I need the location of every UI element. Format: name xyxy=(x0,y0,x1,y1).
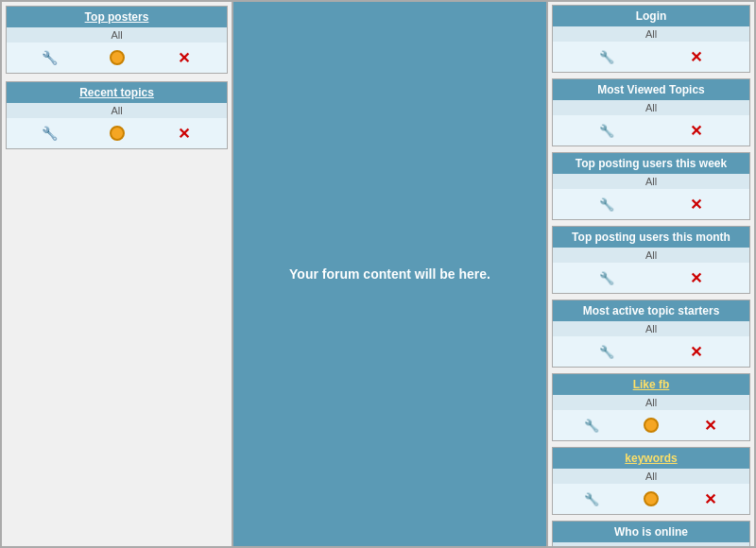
login-wrench-icon[interactable] xyxy=(596,46,617,67)
top-posting-month-header[interactable]: Top posting users this month xyxy=(553,227,749,248)
most-active-starters-delete-icon[interactable]: ✕ xyxy=(685,341,706,362)
login-icons: ✕ xyxy=(553,42,749,72)
recent-topics-wrench-icon[interactable] xyxy=(40,123,60,144)
most-active-starters-subheader: All xyxy=(553,321,749,336)
top-posting-week-delete-icon[interactable]: ✕ xyxy=(685,194,706,214)
like-fb-delete-icon[interactable]: ✕ xyxy=(700,415,721,436)
most-active-starters-icons: ✕ xyxy=(553,336,749,367)
top-posting-month-widget: Top posting users this month All ✕ xyxy=(552,226,750,294)
who-is-online-widget: Who is online All ✕ xyxy=(552,521,750,546)
top-posting-month-subheader: All xyxy=(553,248,749,263)
keywords-widget: keywords All ✕ xyxy=(552,447,750,515)
top-posters-wrench-icon[interactable] xyxy=(40,47,60,68)
middle-panel: Your forum content will be here. xyxy=(233,2,546,546)
top-posting-week-wrench-icon[interactable] xyxy=(596,194,617,214)
top-posters-widget: Top posters All ✕ xyxy=(6,6,228,74)
forum-content-placeholder: Your forum content will be here. xyxy=(289,266,490,282)
recent-topics-delete-icon[interactable]: ✕ xyxy=(174,123,195,144)
most-viewed-topics-subheader: All xyxy=(553,100,749,115)
keywords-wrench-icon[interactable] xyxy=(581,488,602,509)
most-viewed-wrench-icon[interactable] xyxy=(596,120,617,141)
like-fb-subheader: All xyxy=(553,395,749,410)
login-delete-icon[interactable]: ✕ xyxy=(685,46,706,67)
top-posters-header[interactable]: Top posters xyxy=(7,7,227,27)
most-active-starters-wrench-icon[interactable] xyxy=(596,341,617,362)
login-widget: Login All ✕ xyxy=(552,5,750,73)
most-active-starters-widget: Most active topic starters All ✕ xyxy=(552,300,750,368)
top-posting-month-wrench-icon[interactable] xyxy=(596,267,617,288)
top-posters-delete-icon[interactable]: ✕ xyxy=(174,47,195,68)
keywords-subheader: All xyxy=(553,469,749,484)
most-viewed-icons: ✕ xyxy=(553,115,749,146)
top-posting-week-icons: ✕ xyxy=(553,189,749,219)
recent-topics-subheader: All xyxy=(7,103,227,118)
like-fb-header[interactable]: Like fb xyxy=(553,374,749,395)
top-posters-status-icon[interactable] xyxy=(107,47,128,68)
most-viewed-topics-header[interactable]: Most Viewed Topics xyxy=(553,79,749,100)
top-posters-icons: ✕ xyxy=(7,43,227,73)
keywords-delete-icon[interactable]: ✕ xyxy=(700,488,721,509)
recent-topics-icons: ✕ xyxy=(7,118,227,148)
top-posting-month-delete-icon[interactable]: ✕ xyxy=(685,267,706,288)
left-spacer xyxy=(2,153,232,546)
like-fb-wrench-icon[interactable] xyxy=(581,415,602,436)
keywords-status-icon[interactable] xyxy=(641,488,662,509)
recent-topics-status-icon[interactable] xyxy=(107,123,128,144)
most-viewed-delete-icon[interactable]: ✕ xyxy=(685,120,706,141)
left-panel: Top posters All ✕ Recent topics All ✕ xyxy=(2,2,233,546)
login-header[interactable]: Login xyxy=(553,6,749,26)
most-viewed-topics-widget: Most Viewed Topics All ✕ xyxy=(552,78,750,146)
like-fb-icons: ✕ xyxy=(553,410,749,440)
top-posting-week-subheader: All xyxy=(553,174,749,189)
right-panel: Login All ✕ Most Viewed Topics All ✕ Top… xyxy=(546,2,754,546)
keywords-header[interactable]: keywords xyxy=(553,448,749,469)
recent-topics-widget: Recent topics All ✕ xyxy=(6,81,228,149)
top-posting-week-widget: Top posting users this week All ✕ xyxy=(552,152,750,220)
most-active-starters-header[interactable]: Most active topic starters xyxy=(553,300,749,321)
recent-topics-header[interactable]: Recent topics xyxy=(7,82,227,103)
like-fb-status-icon[interactable] xyxy=(641,415,662,436)
who-is-online-header[interactable]: Who is online xyxy=(553,522,749,542)
who-is-online-subheader: All xyxy=(553,542,749,546)
like-fb-widget: Like fb All ✕ xyxy=(552,373,750,441)
top-posters-subheader: All xyxy=(7,27,227,43)
keywords-icons: ✕ xyxy=(553,484,749,514)
top-posting-week-header[interactable]: Top posting users this week xyxy=(553,153,749,174)
top-posting-month-icons: ✕ xyxy=(553,263,749,293)
login-subheader: All xyxy=(553,26,749,42)
